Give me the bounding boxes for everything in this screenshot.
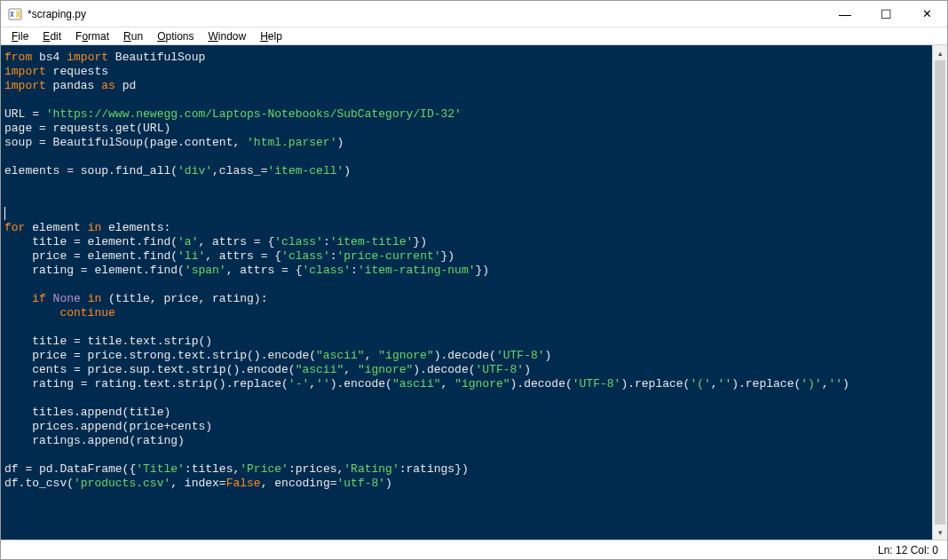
code-token: :titles,: [185, 462, 240, 476]
code-token: 'https://www.newegg.com/Laptops-Notebook…: [46, 107, 462, 121]
text-cursor: [4, 207, 5, 220]
code-token: titles.append(title): [4, 406, 170, 419]
code-token: title = element.find(: [4, 235, 178, 248]
menu-window-rest: indow: [218, 30, 246, 43]
close-button[interactable]: ✕: [906, 1, 947, 27]
code-token: 'item-rating-num': [358, 264, 476, 277]
code-token: ).decode(: [434, 349, 496, 362]
menu-run[interactable]: Run: [116, 29, 150, 43]
code-token: 'products.csv': [74, 477, 170, 490]
code-token: , attrs = {: [226, 264, 303, 277]
menu-format-rest: rmat: [88, 30, 109, 43]
code-token: df = pd.DataFrame({: [4, 462, 136, 476]
editor-area: from bs4 import BeautifulSoup import req…: [1, 45, 947, 540]
menu-edit-rest: dit: [50, 30, 61, 43]
code-token: if: [4, 292, 46, 305]
code-token: ).decode(: [413, 363, 475, 376]
code-token: '(': [690, 377, 710, 390]
code-token: ,: [711, 377, 718, 390]
code-token: 'item-title': [330, 235, 414, 248]
code-token: rating = rating.text.strip().replace(: [4, 377, 288, 390]
code-token: prices.append(price+cents): [4, 420, 212, 433]
code-token: import: [67, 51, 108, 64]
code-token: 'html.parser': [247, 136, 336, 149]
menu-options-rest: ptions: [165, 30, 194, 43]
code-token: , index=: [170, 477, 225, 490]
menu-file[interactable]: File: [4, 29, 36, 43]
window-title: *scraping.py: [28, 8, 93, 20]
menu-format[interactable]: Format: [68, 29, 116, 43]
vertical-scrollbar[interactable]: ▴ ▾: [932, 45, 947, 540]
blank-line: [4, 150, 928, 164]
code-token: import: [4, 65, 46, 78]
code-token: element: [25, 221, 87, 234]
code-token: 'li': [178, 249, 205, 263]
maximize-button[interactable]: ☐: [865, 1, 906, 27]
cursor-position: Ln: 12 Col: 0: [878, 544, 938, 556]
menu-help[interactable]: Help: [253, 29, 289, 43]
code-token: for: [4, 221, 25, 234]
blank-line: [4, 320, 928, 335]
code-token: 'div': [178, 164, 212, 177]
code-token: import: [4, 79, 46, 92]
titlebar[interactable]: *scraping.py — ☐ ✕: [1, 1, 947, 28]
code-token: ).decode(: [510, 377, 573, 390]
code-token: }): [441, 249, 455, 263]
code-token: ).replace(: [620, 377, 690, 390]
code-token: }): [476, 264, 490, 277]
scroll-thumb[interactable]: [935, 60, 945, 525]
code-token: df.to_csv(: [4, 477, 74, 490]
code-token: BeautifulSoup: [108, 51, 205, 64]
window-controls: — ☐ ✕: [825, 1, 947, 27]
menu-edit[interactable]: Edit: [36, 29, 68, 43]
code-token: None: [46, 292, 88, 305]
code-token: ,: [309, 377, 316, 390]
code-token: ): [545, 349, 552, 362]
code-token: 'item-cell': [267, 164, 344, 177]
svg-rect-0: [9, 9, 21, 20]
code-token: False: [226, 477, 261, 490]
code-token: :: [351, 264, 358, 277]
scroll-up-arrow[interactable]: ▴: [933, 45, 947, 60]
code-token: 'Title': [136, 462, 185, 476]
code-token: cents = price.sup.text.strip().encode(: [4, 363, 296, 376]
code-token: 'span': [185, 264, 226, 277]
code-token: , attrs = {: [198, 235, 274, 248]
code-token: "ignore": [358, 363, 413, 376]
code-token: ).encode(: [330, 377, 392, 390]
code-token: ): [385, 477, 392, 490]
code-token: '-': [288, 377, 309, 390]
code-editor[interactable]: from bs4 import BeautifulSoup import req…: [1, 45, 932, 540]
menu-file-rest: ile: [18, 30, 28, 43]
code-token: "ignore": [378, 349, 433, 362]
code-token: ): [336, 136, 344, 149]
code-token: ,: [441, 377, 455, 390]
code-token: 'class': [274, 235, 323, 248]
code-token: continue: [4, 306, 115, 319]
minimize-button[interactable]: —: [825, 1, 865, 27]
scroll-track[interactable]: [933, 60, 947, 525]
code-token: ')': [801, 377, 821, 390]
code-token: ,: [344, 363, 358, 376]
blank-line: [4, 448, 928, 462]
code-token: price = price.strong.text.strip().encode…: [4, 349, 316, 362]
menu-options[interactable]: Options: [150, 29, 201, 43]
code-token: 'price-current': [337, 249, 441, 263]
code-token: elements = soup.find_all(: [4, 164, 178, 177]
code-token: as: [101, 79, 115, 92]
code-token: 'UTF-8': [496, 349, 545, 362]
code-token: "ascii": [316, 349, 365, 362]
scroll-down-arrow[interactable]: ▾: [933, 525, 947, 540]
app-icon: [8, 7, 22, 21]
code-token: ): [524, 363, 531, 376]
code-token: elements:: [101, 221, 170, 234]
code-token: 'Price': [240, 462, 288, 476]
code-token: in: [88, 292, 102, 305]
code-token: 'class': [281, 249, 330, 263]
code-token: ): [344, 164, 351, 177]
code-token: 'utf-8': [337, 477, 386, 490]
code-token: ): [842, 377, 849, 390]
menu-window[interactable]: Window: [201, 29, 254, 43]
blank-line: [4, 178, 928, 193]
code-token: pd: [115, 79, 136, 92]
